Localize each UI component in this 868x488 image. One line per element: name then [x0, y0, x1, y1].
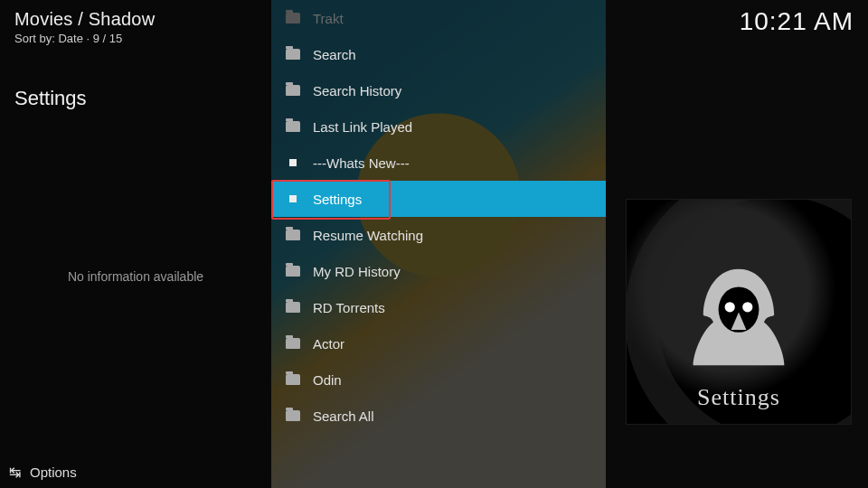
options-label: Options	[30, 465, 77, 480]
list-item[interactable]: Odin	[271, 361, 606, 398]
list-item-label: RD Torrents	[313, 300, 385, 315]
list-item-label: Search	[313, 47, 356, 62]
list-item[interactable]: Search	[271, 36, 606, 72]
folder-icon	[286, 266, 300, 277]
folder-icon	[286, 410, 300, 421]
right-panel: 10:21 AM Settings	[606, 0, 868, 488]
list-item[interactable]: Settings	[271, 181, 606, 217]
list-item-label: Odin	[313, 372, 342, 388]
options-icon: ↹	[9, 464, 21, 481]
thumb-arc-deco	[626, 199, 852, 425]
folder-icon	[286, 49, 300, 60]
list-item-label: Resume Watching	[313, 228, 423, 243]
list-item-label: Search All	[313, 408, 374, 424]
folder-icon	[286, 121, 300, 132]
list-item-label: Actor	[313, 336, 344, 352]
sort-indicator: Sort by: Date · 9 / 15	[14, 32, 257, 45]
list-item[interactable]: Search All	[271, 398, 606, 434]
list-item[interactable]: Resume Watching	[271, 217, 606, 253]
footer-options[interactable]: ↹ Options	[9, 464, 77, 481]
bullet-icon	[289, 195, 297, 202]
bullet-icon	[289, 159, 297, 166]
selection-thumbnail: Settings	[626, 199, 852, 425]
list-item-label: Trakt	[313, 11, 344, 26]
list-item[interactable]: Actor	[271, 325, 606, 361]
list-item-label: Settings	[313, 192, 362, 207]
folder-icon	[286, 338, 300, 349]
folder-icon	[286, 230, 300, 240]
list-item-label: My RD History	[313, 264, 401, 279]
folder-icon	[286, 85, 300, 96]
list-item[interactable]: RD Torrents	[271, 289, 606, 325]
menu-list: TraktSearchSearch HistoryLast Link Playe…	[271, 0, 606, 488]
list-item[interactable]: Trakt	[271, 0, 606, 36]
list-item[interactable]: My RD History	[271, 253, 606, 289]
list-item-label: Search History	[313, 83, 401, 99]
list-item-label: Last Link Played	[313, 119, 412, 135]
info-empty-text: No information available	[14, 269, 257, 284]
folder-icon	[286, 13, 300, 23]
list-item-label: ---Whats New---	[313, 155, 410, 171]
folder-icon	[286, 302, 300, 313]
breadcrumb: Movies / Shadow	[14, 9, 257, 30]
list-item[interactable]: Last Link Played	[271, 108, 606, 145]
list-item[interactable]: ---Whats New---	[271, 145, 606, 181]
clock: 10:21 AM	[740, 7, 854, 36]
folder-icon	[286, 374, 300, 385]
list-item[interactable]: Search History	[271, 72, 606, 108]
page-title: Settings	[14, 87, 257, 110]
left-panel: Movies / Shadow Sort by: Date · 9 / 15 S…	[0, 0, 271, 488]
